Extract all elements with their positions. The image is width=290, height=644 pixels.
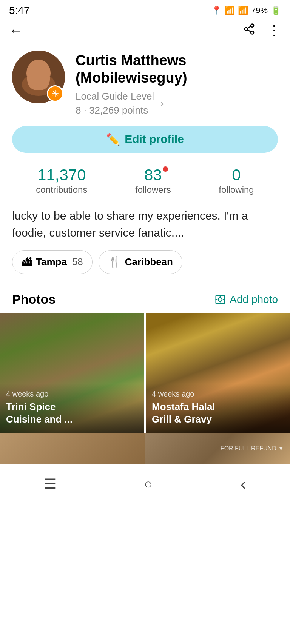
profile-subtitle: Local Guide Level 8 · 32,269 points bbox=[76, 89, 154, 117]
followers-label: followers bbox=[135, 184, 171, 195]
tag-tampa[interactable]: 🏙 Tampa 58 bbox=[12, 250, 93, 274]
level-arrow-icon[interactable]: › bbox=[160, 97, 164, 109]
stats-row: 11,370 contributions 83 followers 0 foll… bbox=[12, 163, 278, 204]
profile-name: Curtis Matthews (Mobilewiseguy) bbox=[76, 52, 278, 86]
contributions-label: contributions bbox=[36, 184, 87, 195]
battery-level: 79% bbox=[251, 6, 268, 15]
local-guide-badge: ✳ bbox=[47, 85, 63, 102]
battery-icon: 🔋 bbox=[271, 6, 281, 15]
tags-row: 🏙 Tampa 58 🍴 Caribbean bbox=[0, 250, 290, 286]
status-time: 5:47 bbox=[9, 5, 30, 17]
add-photo-icon bbox=[214, 294, 226, 305]
photo-card-mostafa[interactable]: 4 weeks ago Mostafa Halal Grill & Gravy bbox=[146, 313, 290, 433]
tag-tampa-count: 58 bbox=[72, 256, 83, 268]
more-options-button[interactable]: ⋮ bbox=[267, 23, 281, 38]
notification-dot bbox=[163, 166, 168, 172]
status-icons: 📍 📶 📶 79% 🔋 bbox=[211, 6, 281, 15]
following-stat[interactable]: 0 following bbox=[219, 166, 254, 195]
nav-bar: ← ⋮ bbox=[0, 20, 290, 43]
profile-info: Curtis Matthews (Mobilewiseguy) Local Gu… bbox=[76, 51, 278, 117]
following-label: following bbox=[219, 184, 254, 195]
tag-caribbean[interactable]: 🍴 Caribbean bbox=[99, 250, 182, 274]
bio-text: lucky to be able to share my experiences… bbox=[0, 204, 290, 250]
add-photo-button[interactable]: Add photo bbox=[214, 294, 278, 306]
wifi-icon: 📶 bbox=[225, 6, 235, 15]
contributions-number: 11,370 bbox=[37, 166, 86, 184]
bottom-nav: ☰ ○ ‹ bbox=[0, 464, 290, 506]
pencil-icon: ✏️ bbox=[106, 133, 120, 146]
nav-right-icons: ⋮ bbox=[243, 23, 281, 38]
tag-tampa-text: Tampa bbox=[36, 256, 67, 268]
avatar-container: ✳ bbox=[12, 51, 65, 103]
photo-grid: 4 weeks ago Trini Spice Cuisine and ... … bbox=[0, 313, 290, 433]
profile-section: ✳ Curtis Matthews (Mobilewiseguy) Local … bbox=[0, 43, 290, 204]
photos-header: Photos Add photo bbox=[0, 286, 290, 313]
city-icon: 🏙 bbox=[22, 256, 32, 268]
back-button[interactable]: ← bbox=[9, 23, 23, 38]
bottom-strip: FOR FULL REFUND ▼ bbox=[0, 433, 290, 464]
following-number: 0 bbox=[232, 166, 241, 184]
signal-icon: 📶 bbox=[238, 6, 248, 15]
photo-1-name: Trini Spice Cuisine and ... bbox=[6, 401, 138, 426]
svg-point-11 bbox=[218, 298, 222, 301]
fork-icon: 🍴 bbox=[108, 256, 121, 268]
tag-caribbean-text: Caribbean bbox=[125, 256, 173, 268]
nav-menu-button[interactable]: ☰ bbox=[35, 473, 65, 495]
location-icon: 📍 bbox=[211, 6, 222, 15]
badge-star-icon: ✳ bbox=[51, 88, 59, 99]
svg-point-6 bbox=[26, 60, 51, 87]
followers-stat[interactable]: 83 followers bbox=[135, 166, 171, 195]
nav-back-button[interactable]: ‹ bbox=[231, 472, 255, 496]
svg-line-4 bbox=[247, 26, 251, 28]
photo-2-name: Mostafa Halal Grill & Gravy bbox=[152, 401, 284, 426]
photos-title: Photos bbox=[12, 292, 56, 307]
photo-2-time: 4 weeks ago bbox=[152, 390, 284, 398]
refund-text: FOR FULL REFUND ▼ bbox=[221, 445, 284, 452]
photo-1-time: 4 weeks ago bbox=[6, 390, 138, 398]
photo-1-overlay: 4 weeks ago Trini Spice Cuisine and ... bbox=[0, 384, 144, 434]
edit-profile-button[interactable]: ✏️ Edit profile bbox=[12, 126, 278, 153]
strip-photo-left bbox=[0, 433, 145, 464]
photo-2-overlay: 4 weeks ago Mostafa Halal Grill & Gravy bbox=[146, 384, 290, 434]
svg-point-9 bbox=[41, 68, 45, 72]
nav-home-button[interactable]: ○ bbox=[135, 473, 162, 495]
status-bar: 5:47 📍 📶 📶 79% 🔋 bbox=[0, 0, 290, 20]
contributions-stat[interactable]: 11,370 contributions bbox=[36, 166, 87, 195]
share-button[interactable] bbox=[243, 23, 255, 38]
svg-line-3 bbox=[247, 30, 251, 32]
strip-photo-right: FOR FULL REFUND ▼ bbox=[145, 433, 290, 464]
profile-header: ✳ Curtis Matthews (Mobilewiseguy) Local … bbox=[12, 51, 278, 117]
photo-card-trini[interactable]: 4 weeks ago Trini Spice Cuisine and ... bbox=[0, 313, 144, 433]
add-photo-label: Add photo bbox=[230, 294, 278, 306]
followers-number: 83 bbox=[144, 166, 162, 184]
svg-point-8 bbox=[32, 68, 36, 72]
